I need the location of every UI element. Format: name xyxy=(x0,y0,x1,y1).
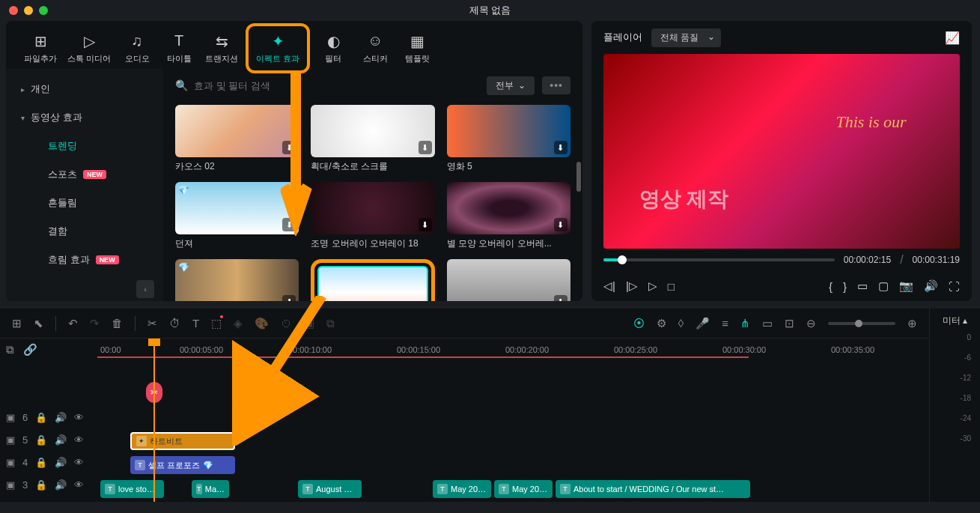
palette-button[interactable]: 🎨 xyxy=(255,317,269,330)
more-button[interactable]: ••• xyxy=(542,76,570,94)
track-row[interactable]: ✦ 하트비트 xyxy=(97,430,929,452)
compare-icon[interactable]: ▢ xyxy=(878,279,889,293)
chart-icon[interactable]: 📈 xyxy=(945,31,960,45)
download-icon[interactable]: ⬇ xyxy=(554,295,567,301)
clip[interactable]: TMay 20… xyxy=(494,480,553,498)
lock-icon[interactable]: 🔒 xyxy=(35,434,47,446)
effect-card[interactable]: ⬇ 획대/축소로 스크롤 xyxy=(311,105,434,173)
collapse-sidebar-button[interactable]: ‹ xyxy=(136,280,154,298)
download-icon[interactable]: ⬇ xyxy=(282,141,296,154)
sidebar-item-shake[interactable]: 흔들림 xyxy=(6,189,163,217)
close-window-button[interactable] xyxy=(9,6,18,15)
list-button[interactable]: ≡ xyxy=(722,317,728,330)
clip[interactable]: TAugust … xyxy=(298,480,362,498)
tab-stickers[interactable]: ☺ 스티커 xyxy=(356,28,394,69)
effect-card[interactable]: ⬇ 카오스 02 xyxy=(175,105,299,173)
timeline-ruler[interactable]: 00:00 00:00:05:00 00:00:10:00 00:00:15:0… xyxy=(97,339,929,361)
volume-icon[interactable]: 🔊 xyxy=(924,279,938,293)
layers-icon[interactable]: ⧉ xyxy=(6,343,14,356)
crop-button[interactable]: ⬚ xyxy=(211,317,222,330)
effect-card-heartbeat[interactable]: 하트비트 xyxy=(311,259,434,301)
lock-icon[interactable]: 🔒 xyxy=(35,479,47,491)
effect-card[interactable]: 💎⬇ VHS 정적 1 xyxy=(175,259,299,301)
marker-button[interactable]: ◊ xyxy=(678,317,684,330)
maximize-window-button[interactable] xyxy=(39,6,48,15)
effect-card[interactable]: ⬇ 수평 열기 xyxy=(447,259,570,301)
frame-button[interactable]: ▣ xyxy=(304,317,314,330)
zoom-handle[interactable] xyxy=(855,320,862,327)
clip[interactable]: TMa… xyxy=(192,480,229,498)
eye-icon[interactable]: 👁 xyxy=(74,479,84,491)
tab-effects[interactable]: ✦ 이펙트 효과 xyxy=(246,23,310,73)
download-icon[interactable]: ⬇ xyxy=(419,218,432,231)
effect-card[interactable]: ⬇ 조명 오버레이 오버레이 18 xyxy=(311,182,434,250)
brace-open-icon[interactable]: { xyxy=(829,280,833,293)
text-button[interactable]: T xyxy=(192,317,199,330)
scrollbar-thumb[interactable] xyxy=(576,162,581,192)
tab-transitions[interactable]: ⇆ 트랜지션 xyxy=(202,28,241,69)
search-input[interactable] xyxy=(194,80,479,91)
effect-card[interactable]: ⬇ 별 모양 오버레이 오버레... xyxy=(447,182,570,250)
sidebar-item-trending[interactable]: 트렌딩 xyxy=(6,132,163,160)
quality-dropdown[interactable]: 전체 품질 xyxy=(651,28,721,47)
track-row[interactable] xyxy=(97,406,929,428)
timer-button[interactable]: ⏲ xyxy=(281,317,292,330)
brace-close-icon[interactable]: } xyxy=(843,280,847,293)
prev-frame-button[interactable]: ◁| xyxy=(603,279,615,293)
zoom-slider[interactable] xyxy=(828,322,895,325)
sidebar-item-video-effects[interactable]: ▾ 동영상 효과 xyxy=(6,103,163,132)
undo-button[interactable]: ↶ xyxy=(68,317,78,330)
tab-templates[interactable]: ▦ 템플릿 xyxy=(398,28,436,69)
tab-filters[interactable]: ◐ 필터 xyxy=(314,28,352,69)
next-frame-button[interactable]: |▷ xyxy=(626,279,638,293)
effect-card[interactable]: 💎⬇ 던져 xyxy=(175,182,299,250)
tracks-area[interactable]: 00:00 00:00:05:00 00:00:10:00 00:00:15:0… xyxy=(97,339,929,502)
track-row[interactable]: Tlove sto… TMa… TAugust … TMay 20… TMay … xyxy=(97,478,929,500)
download-icon[interactable]: ⬇ xyxy=(554,141,567,154)
cursor-icon[interactable]: ⬉ xyxy=(34,317,43,330)
group-button[interactable]: ⧉ xyxy=(326,317,335,330)
download-icon[interactable]: ⬇ xyxy=(282,218,296,231)
monitor-button[interactable]: ▭ xyxy=(762,317,773,330)
sidebar-item-personal[interactable]: ▸ 개인 xyxy=(6,75,163,103)
filter-dropdown[interactable]: 전부 ⌄ xyxy=(487,76,535,95)
delete-button[interactable]: 🗑 xyxy=(112,317,123,330)
mute-icon[interactable]: 🔊 xyxy=(55,412,67,423)
mute-icon[interactable]: 🔊 xyxy=(55,457,67,468)
cut-button[interactable]: ✂ xyxy=(147,317,157,330)
redo-button[interactable]: ↷ xyxy=(90,317,100,330)
fit-button[interactable]: ⊡ xyxy=(785,317,794,330)
tab-audio[interactable]: ♫ 오디오 xyxy=(118,28,156,69)
link-icon[interactable]: 🔗 xyxy=(23,343,37,356)
tab-titles[interactable]: T 타이틀 xyxy=(160,28,198,69)
tab-file-add[interactable]: ⊞ 파일추가 xyxy=(21,28,60,69)
adjust-button[interactable]: ⚙ xyxy=(657,317,666,330)
snapshot-icon[interactable]: 📷 xyxy=(899,279,913,293)
stop-button[interactable]: □ xyxy=(668,280,675,293)
display-icon[interactable]: ▭ xyxy=(857,279,868,293)
ai-button[interactable]: ⦿ xyxy=(633,317,645,330)
track-row[interactable]: T 셀프 프로포즈 💎 xyxy=(97,454,929,476)
clip[interactable]: TMay 20… xyxy=(433,480,491,498)
color-button[interactable]: ◈ xyxy=(234,317,243,330)
eye-icon[interactable]: 👁 xyxy=(74,457,84,468)
download-icon[interactable]: ⬇ xyxy=(419,141,432,154)
speed-button[interactable]: ⏱ xyxy=(169,317,180,330)
eye-icon[interactable]: 👁 xyxy=(74,412,84,423)
mute-icon[interactable]: 🔊 xyxy=(55,434,67,446)
grid-icon[interactable]: ⊞ xyxy=(12,317,22,330)
playhead[interactable] xyxy=(153,339,155,502)
minimize-window-button[interactable] xyxy=(24,6,33,15)
magnet-button[interactable]: ⋔ xyxy=(740,317,750,330)
sidebar-item-sports[interactable]: 스포츠 NEW xyxy=(6,160,163,189)
lock-icon[interactable]: 🔒 xyxy=(35,457,47,468)
play-button[interactable]: ▷ xyxy=(648,279,657,293)
eye-icon[interactable]: 👁 xyxy=(74,434,84,446)
meter-label[interactable]: 미터 ▴ xyxy=(936,315,974,327)
zoom-in-button[interactable]: ⊕ xyxy=(907,317,917,330)
sidebar-item-blur[interactable]: 흐림 효과 NEW xyxy=(6,246,163,274)
video-preview[interactable]: This is our 영상 제작 xyxy=(603,54,960,249)
progress-handle[interactable] xyxy=(618,255,627,264)
tab-stock-media[interactable]: ▷ 스톡 미디어 xyxy=(64,28,114,69)
sidebar-item-glitch[interactable]: 결함 xyxy=(6,217,163,246)
